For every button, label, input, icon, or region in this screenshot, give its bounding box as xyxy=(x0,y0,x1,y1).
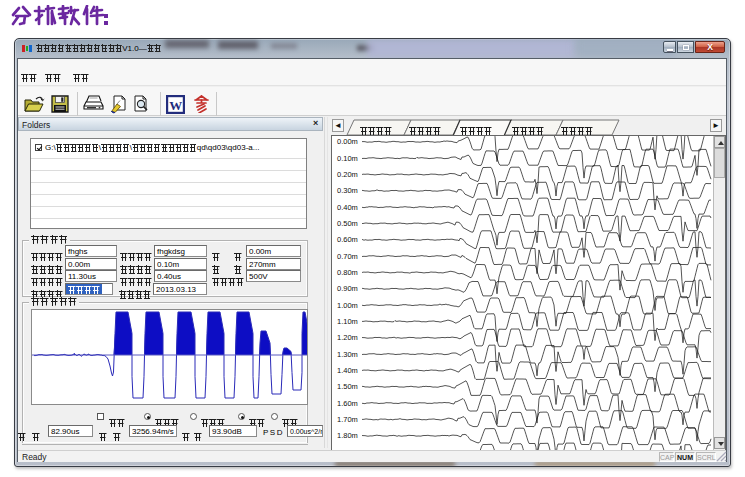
svg-text:0.30m: 0.30m xyxy=(337,186,358,195)
svg-text:0.20m: 0.20m xyxy=(337,170,358,179)
svg-text:1.70m: 1.70m xyxy=(337,415,358,424)
svg-text:0.70m: 0.70m xyxy=(337,252,358,261)
svg-text:1.30m: 1.30m xyxy=(337,350,358,359)
svg-text:1.00m: 1.00m xyxy=(337,301,358,310)
svg-text:1.50m: 1.50m xyxy=(337,382,358,391)
svg-text:1.10m: 1.10m xyxy=(337,317,358,326)
svg-text:1.80m: 1.80m xyxy=(337,431,358,440)
svg-text:1.60m: 1.60m xyxy=(337,399,358,408)
svg-text:0.40m: 0.40m xyxy=(337,203,358,212)
svg-text:W: W xyxy=(169,98,182,113)
svg-text:0.10m: 0.10m xyxy=(337,154,358,163)
svg-text:0.80m: 0.80m xyxy=(337,268,358,277)
svg-text:0.90m: 0.90m xyxy=(337,284,358,293)
svg-text:0.50m: 0.50m xyxy=(337,219,358,228)
svg-text:0.00m: 0.00m xyxy=(337,137,358,146)
svg-text:1.40m: 1.40m xyxy=(337,366,358,375)
svg-text:1.20m: 1.20m xyxy=(337,333,358,342)
svg-text:0.60m: 0.60m xyxy=(337,235,358,244)
